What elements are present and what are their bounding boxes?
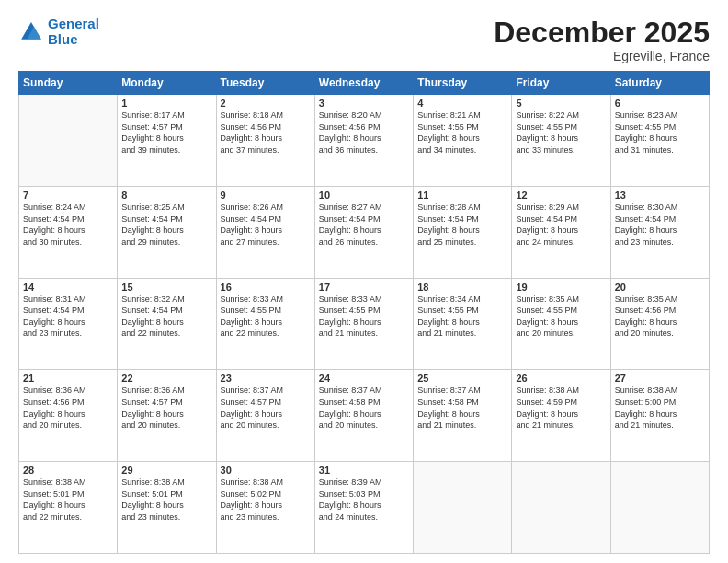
calendar-header-row: Sunday Monday Tuesday Wednesday Thursday…: [19, 72, 710, 95]
day-number: 21: [23, 373, 113, 384]
calendar-table: Sunday Monday Tuesday Wednesday Thursday…: [18, 71, 710, 554]
table-row: 22 Sunrise: 8:36 AM Sunset: 4:57 PM Dayl…: [118, 370, 216, 462]
table-row: [512, 462, 610, 554]
day-number: 8: [121, 190, 211, 201]
daylight-hours: Daylight: 8 hours: [516, 132, 606, 144]
daylight-minutes: and 31 minutes.: [615, 144, 705, 156]
sunset: Sunset: 4:54 PM: [121, 304, 211, 316]
sunset: Sunset: 5:03 PM: [319, 488, 409, 500]
sunrise: Sunrise: 8:39 AM: [319, 477, 409, 488]
daylight-minutes: and 23 minutes.: [23, 327, 113, 339]
table-row: 4 Sunrise: 8:21 AM Sunset: 4:55 PM Dayli…: [414, 95, 512, 187]
daylight-hours: Daylight: 8 hours: [417, 316, 507, 328]
table-row: 10 Sunrise: 8:27 AM Sunset: 4:54 PM Dayl…: [314, 186, 413, 278]
sunset: Sunset: 4:55 PM: [319, 304, 409, 316]
table-row: [610, 462, 709, 554]
logo-blue: Blue: [48, 32, 99, 48]
daylight-hours: Daylight: 8 hours: [417, 408, 507, 420]
daylight-hours: Daylight: 8 hours: [23, 224, 113, 236]
table-row: 3 Sunrise: 8:20 AM Sunset: 4:56 PM Dayli…: [314, 95, 413, 187]
sunrise: Sunrise: 8:21 AM: [417, 109, 507, 121]
sunset: Sunset: 4:55 PM: [417, 304, 507, 316]
day-number: 26: [516, 373, 606, 384]
table-row: [414, 462, 512, 554]
table-row: 28 Sunrise: 8:38 AM Sunset: 5:01 PM Dayl…: [19, 462, 118, 554]
sunset: Sunset: 4:57 PM: [221, 396, 311, 408]
table-row: 15 Sunrise: 8:32 AM Sunset: 4:54 PM Dayl…: [118, 278, 216, 370]
day-number: 19: [516, 282, 606, 293]
daylight-hours: Daylight: 8 hours: [121, 500, 211, 511]
day-number: 28: [23, 465, 113, 476]
logo-icon: [18, 19, 44, 45]
title-block: December 2025 Egreville, France: [494, 17, 710, 63]
day-number: 5: [516, 98, 606, 109]
day-number: 18: [417, 282, 507, 293]
daylight-minutes: and 20 minutes.: [121, 419, 211, 431]
daylight-hours: Daylight: 8 hours: [319, 132, 409, 144]
page: General Blue December 2025 Egreville, Fr…: [0, 0, 728, 563]
table-row: 12 Sunrise: 8:29 AM Sunset: 4:54 PM Dayl…: [512, 186, 610, 278]
daylight-hours: Daylight: 8 hours: [23, 408, 113, 420]
day-number: 30: [221, 465, 311, 476]
daylight-minutes: and 23 minutes.: [615, 236, 705, 248]
location: Egreville, France: [494, 49, 710, 63]
sunrise: Sunrise: 8:23 AM: [615, 109, 705, 121]
sunset: Sunset: 5:00 PM: [615, 396, 705, 408]
daylight-minutes: and 21 minutes.: [417, 327, 507, 339]
sunset: Sunset: 4:59 PM: [516, 396, 606, 408]
daylight-minutes: and 33 minutes.: [516, 144, 606, 156]
daylight-minutes: and 20 minutes.: [516, 327, 606, 339]
daylight-hours: Daylight: 8 hours: [23, 500, 113, 511]
day-number: 24: [319, 373, 409, 384]
sunrise: Sunrise: 8:38 AM: [221, 477, 311, 488]
table-row: 9 Sunrise: 8:26 AM Sunset: 4:54 PM Dayli…: [216, 186, 314, 278]
table-row: 8 Sunrise: 8:25 AM Sunset: 4:54 PM Dayli…: [118, 186, 216, 278]
col-friday: Friday: [512, 72, 610, 95]
calendar-row-5: 28 Sunrise: 8:38 AM Sunset: 5:01 PM Dayl…: [19, 462, 710, 554]
sunrise: Sunrise: 8:33 AM: [319, 293, 409, 305]
sunset: Sunset: 4:54 PM: [319, 213, 409, 225]
table-row: 29 Sunrise: 8:38 AM Sunset: 5:01 PM Dayl…: [118, 462, 216, 554]
table-row: 1 Sunrise: 8:17 AM Sunset: 4:57 PM Dayli…: [118, 95, 216, 187]
daylight-minutes: and 21 minutes.: [516, 419, 606, 431]
daylight-hours: Daylight: 8 hours: [516, 316, 606, 328]
daylight-minutes: and 23 minutes.: [221, 511, 311, 523]
calendar-row-3: 14 Sunrise: 8:31 AM Sunset: 4:54 PM Dayl…: [19, 278, 710, 370]
col-wednesday: Wednesday: [314, 72, 413, 95]
sunrise: Sunrise: 8:17 AM: [121, 109, 211, 121]
table-row: 21 Sunrise: 8:36 AM Sunset: 4:56 PM Dayl…: [19, 370, 118, 462]
sunset: Sunset: 4:54 PM: [23, 213, 113, 225]
daylight-minutes: and 20 minutes.: [221, 419, 311, 431]
sunrise: Sunrise: 8:30 AM: [615, 201, 705, 213]
sunrise: Sunrise: 8:38 AM: [23, 477, 113, 488]
daylight-minutes: and 22 minutes.: [221, 327, 311, 339]
sunset: Sunset: 4:54 PM: [516, 213, 606, 225]
sunrise: Sunrise: 8:35 AM: [516, 293, 606, 305]
col-monday: Monday: [118, 72, 216, 95]
daylight-minutes: and 24 minutes.: [516, 236, 606, 248]
sunrise: Sunrise: 8:26 AM: [221, 201, 311, 213]
sunrise: Sunrise: 8:31 AM: [23, 293, 113, 305]
day-number: 10: [319, 190, 409, 201]
sunrise: Sunrise: 8:25 AM: [121, 201, 211, 213]
sunset: Sunset: 4:55 PM: [417, 121, 507, 133]
col-thursday: Thursday: [414, 72, 512, 95]
daylight-hours: Daylight: 8 hours: [615, 316, 705, 328]
sunset: Sunset: 4:55 PM: [615, 121, 705, 133]
table-row: 25 Sunrise: 8:37 AM Sunset: 4:58 PM Dayl…: [414, 370, 512, 462]
month-title: December 2025: [494, 17, 710, 49]
sunset: Sunset: 4:54 PM: [221, 213, 311, 225]
col-saturday: Saturday: [610, 72, 709, 95]
daylight-minutes: and 37 minutes.: [221, 144, 311, 156]
daylight-minutes: and 27 minutes.: [221, 236, 311, 248]
sunset: Sunset: 4:56 PM: [615, 304, 705, 316]
daylight-hours: Daylight: 8 hours: [121, 224, 211, 236]
table-row: 5 Sunrise: 8:22 AM Sunset: 4:55 PM Dayli…: [512, 95, 610, 187]
sunset: Sunset: 4:54 PM: [615, 213, 705, 225]
sunrise: Sunrise: 8:29 AM: [516, 201, 606, 213]
daylight-minutes: and 29 minutes.: [121, 236, 211, 248]
daylight-minutes: and 21 minutes.: [417, 419, 507, 431]
sunrise: Sunrise: 8:38 AM: [615, 385, 705, 396]
table-row: 31 Sunrise: 8:39 AM Sunset: 5:03 PM Dayl…: [314, 462, 413, 554]
daylight-minutes: and 30 minutes.: [23, 236, 113, 248]
